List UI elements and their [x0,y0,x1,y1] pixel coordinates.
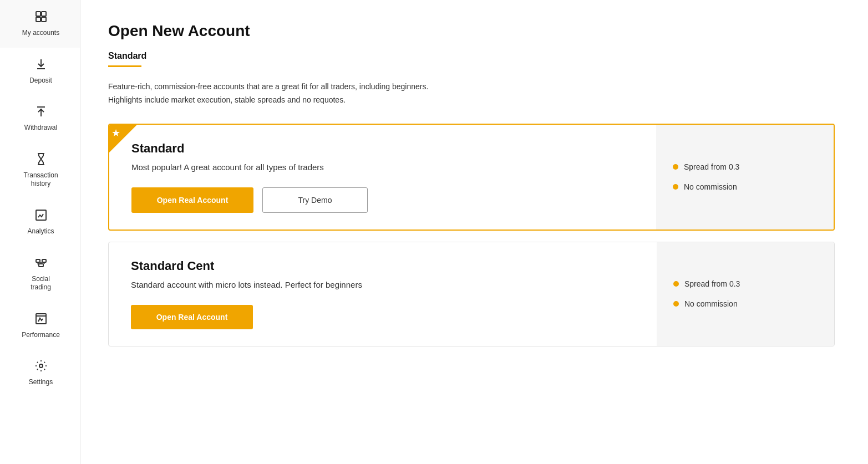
try-demo-button-standard[interactable]: Try Demo [262,187,368,213]
sidebar-item-withdrawal[interactable]: Withdrawal [0,95,80,142]
feature-commission-label-cent: No commission [684,299,738,308]
download-icon [34,58,48,73]
sidebar-label-analytics: Analytics [27,227,54,236]
feature-commission-standard-cent: No commission [673,299,818,308]
card-desc-standard: Most popular! A great account for all ty… [131,162,639,172]
open-real-account-button-standard-cent[interactable]: Open Real Account [131,305,253,329]
featured-badge [109,125,137,152]
feature-spread-standard-cent: Spread from 0.3 [673,279,818,288]
upload-icon [34,105,48,120]
card-left-standard-cent: Standard Cent Standard account with micr… [109,242,657,346]
hourglass-icon [34,152,48,168]
sidebar-item-social-trading[interactable]: Socialtrading [0,246,80,302]
sidebar-item-transaction-history[interactable]: Transactionhistory [0,142,80,198]
svg-rect-2 [36,17,40,22]
description: Feature-rich, commission-free accounts t… [108,80,607,107]
sidebar-item-deposit[interactable]: Deposit [0,48,80,95]
card-name-standard-cent: Standard Cent [131,259,640,273]
card-right-standard: Spread from 0.3 No commission [656,125,834,230]
sidebar-label-performance: Performance [22,331,60,340]
social-trading-icon [34,256,48,272]
card-buttons-standard: Open Real Account Try Demo [131,187,639,213]
svg-rect-5 [36,259,40,262]
analytics-icon [34,208,48,224]
card-name-standard: Standard [131,141,639,156]
feature-spread-label-cent: Spread from 0.3 [684,279,740,288]
feature-dot-spread-cent [673,281,679,287]
feature-commission-label: No commission [684,182,737,191]
feature-commission-standard: No commission [673,182,817,191]
card-left-standard: Standard Most popular! A great account f… [109,125,656,230]
sidebar-label-transaction-history: Transactionhistory [23,171,58,188]
svg-rect-0 [36,12,40,16]
sidebar-label-deposit: Deposit [29,77,52,85]
description-line2: Highlights include market execution, sta… [108,95,346,104]
sidebar-item-settings[interactable]: Settings [0,349,80,397]
performance-icon [34,312,48,328]
account-type-label: Standard [108,51,835,61]
feature-dot-commission [673,184,678,190]
feature-dot-commission-cent [673,301,679,307]
sidebar-label-my-accounts: My accounts [22,29,59,38]
svg-rect-6 [42,259,46,262]
main-content: Open New Account Standard Feature-rich, … [80,0,868,464]
sidebar: My accounts Deposit Withdrawal Transacti… [0,0,80,464]
sidebar-label-withdrawal: Withdrawal [24,124,57,132]
svg-point-10 [39,364,43,368]
sidebar-item-analytics[interactable]: Analytics [0,198,80,246]
grid-icon [34,10,48,26]
sidebar-label-settings: Settings [29,378,53,387]
account-card-standard: Standard Most popular! A great account f… [108,124,835,231]
sidebar-item-performance[interactable]: Performance [0,302,80,350]
card-right-standard-cent: Spread from 0.3 No commission [657,242,834,346]
svg-rect-3 [42,17,46,22]
account-card-standard-cent: Standard Cent Standard account with micr… [108,242,835,346]
description-line1: Feature-rich, commission-free accounts t… [108,82,428,91]
feature-spread-standard: Spread from 0.3 [673,162,817,171]
svg-rect-1 [42,12,46,16]
page-title: Open New Account [108,22,835,40]
open-real-account-button-standard[interactable]: Open Real Account [131,187,253,213]
sidebar-label-social-trading: Socialtrading [31,275,51,292]
feature-spread-label: Spread from 0.3 [684,162,739,171]
gear-icon [34,359,48,375]
accent-underline [108,65,141,67]
card-buttons-standard-cent: Open Real Account [131,305,640,329]
svg-rect-4 [36,210,46,220]
feature-dot-spread [673,164,678,170]
sidebar-item-my-accounts[interactable]: My accounts [0,0,80,48]
card-desc-standard-cent: Standard account with micro lots instead… [131,280,640,289]
